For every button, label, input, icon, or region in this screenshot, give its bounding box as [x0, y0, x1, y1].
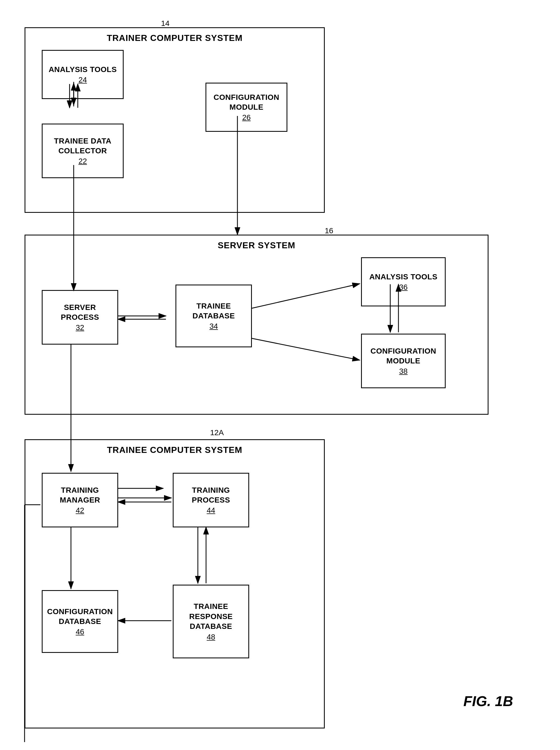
- analysis-tools-24-num: 24: [78, 76, 87, 84]
- fig-label: FIG. 1B: [463, 693, 513, 709]
- training-manager-label: TRAININGMANAGER: [60, 485, 100, 505]
- training-process-box: TRAININGPROCESS 44: [173, 473, 249, 527]
- server-system-title: SERVER SYSTEM: [25, 240, 488, 250]
- analysis-tools-24-label: ANALYSIS TOOLS: [48, 65, 117, 75]
- trainee-data-collector-num: 22: [78, 157, 87, 166]
- config-database-num: 46: [76, 628, 84, 636]
- training-manager-num: 42: [76, 506, 84, 515]
- trainee-system-title: TRAINEE COMPUTER SYSTEM: [25, 445, 324, 455]
- trainer-system-title: TRAINER COMPUTER SYSTEM: [25, 33, 324, 43]
- trainee-response-database-label: TRAINEERESPONSEDATABASE: [189, 602, 233, 631]
- server-process-label: SERVERPROCESS: [61, 303, 99, 323]
- server-process-num: 32: [76, 323, 84, 332]
- trainee-database-num: 34: [209, 322, 218, 331]
- trainee-computer-system-box: TRAINEE COMPUTER SYSTEM TRAININGMANAGER …: [24, 439, 325, 728]
- training-process-label: TRAININGPROCESS: [192, 485, 230, 505]
- ref-14: 14: [161, 19, 169, 28]
- ref-16: 16: [325, 226, 333, 235]
- trainer-computer-system-box: TRAINER COMPUTER SYSTEM ANALYSIS TOOLS 2…: [24, 27, 325, 213]
- config-module-26-label: CONFIGURATIONMODULE: [214, 93, 279, 113]
- config-module-26-box: CONFIGURATIONMODULE 26: [205, 83, 287, 132]
- ref-12a: 12A: [210, 428, 224, 437]
- trainee-response-database-num: 48: [206, 633, 215, 642]
- config-module-38-label: CONFIGURATIONMODULE: [371, 346, 436, 366]
- trainee-database-label: TRAINEEDATABASE: [193, 301, 235, 321]
- training-process-num: 44: [206, 506, 215, 515]
- config-module-26-num: 26: [242, 113, 251, 122]
- trainee-data-collector-box: TRAINEE DATACOLLECTOR 22: [42, 124, 124, 178]
- analysis-tools-36-num: 36: [399, 283, 407, 292]
- analysis-tools-24-box: ANALYSIS TOOLS 24: [42, 50, 124, 99]
- analysis-tools-36-box: ANALYSIS TOOLS 36: [361, 257, 446, 306]
- config-database-box: CONFIGURATIONDATABASE 46: [42, 590, 118, 653]
- server-process-box: SERVERPROCESS 32: [42, 290, 118, 345]
- training-manager-box: TRAININGMANAGER 42: [42, 473, 118, 527]
- config-module-38-box: CONFIGURATIONMODULE 38: [361, 334, 446, 388]
- trainee-response-database-box: TRAINEERESPONSEDATABASE 48: [173, 585, 249, 658]
- config-module-38-num: 38: [399, 367, 407, 376]
- trainee-database-box: TRAINEEDATABASE 34: [176, 285, 252, 347]
- analysis-tools-36-label: ANALYSIS TOOLS: [369, 272, 438, 282]
- diagram-container: 14 TRAINER COMPUTER SYSTEM ANALYSIS TOOL…: [16, 11, 535, 742]
- server-system-box: SERVER SYSTEM SERVERPROCESS 32 TRAINEEDA…: [24, 235, 488, 415]
- config-database-label: CONFIGURATIONDATABASE: [47, 607, 113, 627]
- trainee-data-collector-label: TRAINEE DATACOLLECTOR: [54, 136, 111, 156]
